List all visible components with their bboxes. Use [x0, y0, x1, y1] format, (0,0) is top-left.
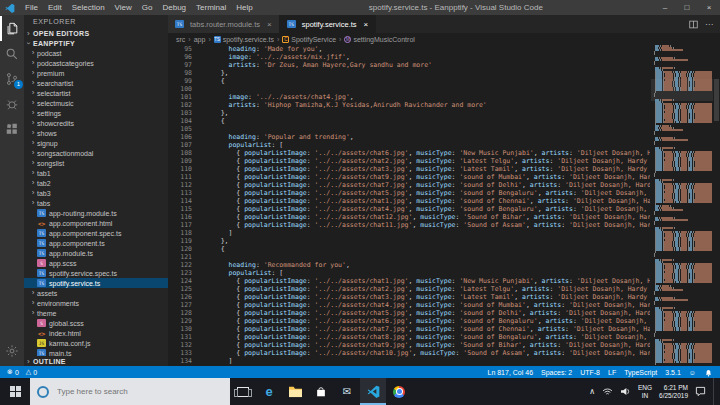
tree-item-app-component-ts[interactable]: TSapp.component.ts	[24, 238, 168, 248]
tree-item-shows[interactable]: ›shows	[24, 128, 168, 138]
activity-extensions[interactable]	[0, 116, 24, 141]
minimize-button[interactable]: –	[654, 0, 676, 15]
chevron-right-icon: ›	[29, 168, 37, 178]
tree-item-theme[interactable]: ›theme	[24, 308, 168, 318]
volume-icon[interactable]	[620, 387, 631, 396]
status-cursor-position[interactable]: Ln 817, Col 46	[487, 369, 533, 376]
tree-item-showcredits[interactable]: ›showcredits	[24, 118, 168, 128]
outline-header[interactable]: › OUTLINE	[24, 356, 168, 366]
menu-edit[interactable]: Edit	[43, 0, 67, 15]
breadcrumb-src[interactable]: src	[176, 36, 185, 43]
tree-item-podcastcategories[interactable]: ›podcastcategories	[24, 58, 168, 68]
tab-tabs-router-module-ts[interactable]: TStabs.router.module.ts×	[168, 15, 280, 33]
tree-item-label: app.component.html	[49, 220, 112, 227]
close-icon[interactable]: ×	[267, 20, 272, 29]
tree-item-app-routing-module-ts[interactable]: TSapp-routing.module.ts	[24, 208, 168, 218]
tree-item-tab1[interactable]: ›tab1	[24, 168, 168, 178]
clock[interactable]: 6:21 PM 6/25/2019	[659, 384, 688, 400]
tree-item-searchartist[interactable]: ›searchartist	[24, 78, 168, 88]
tree-item-selectartist[interactable]: ›selectartist	[24, 88, 168, 98]
close-icon[interactable]: ×	[364, 20, 369, 29]
menu-go[interactable]: Go	[137, 0, 158, 15]
tree-item-karma-conf-js[interactable]: JSkarma.conf.js	[24, 338, 168, 348]
breadcrumb-spotify.service.ts[interactable]: TSspotify.service.ts	[214, 36, 274, 43]
wifi-icon[interactable]	[602, 388, 613, 396]
status-errors[interactable]: ⊗0	[7, 368, 19, 376]
taskbar-mail[interactable]: ✉	[334, 378, 360, 405]
vertical-scrollbar[interactable]	[713, 45, 720, 366]
code-line: { popularListImage: '../../assets/chat1.…	[205, 197, 650, 205]
tree-item-app-component-html[interactable]: <>app.component.html	[24, 218, 168, 228]
notifications-bell-icon[interactable]	[704, 368, 713, 377]
split-editor-icon[interactable]	[689, 20, 698, 29]
taskbar-task-view[interactable]	[230, 378, 256, 405]
menu-selection[interactable]: Selection	[67, 0, 110, 15]
minimap[interactable]	[651, 45, 713, 366]
menu-file[interactable]: File	[20, 0, 43, 15]
taskbar-search-input[interactable]	[55, 386, 199, 397]
scrollbar-thumb[interactable]	[714, 79, 719, 121]
tree-item-podcast[interactable]: ›podcast	[24, 48, 168, 58]
taskbar-store[interactable]	[308, 378, 334, 405]
tree-item-premium[interactable]: ›premium	[24, 68, 168, 78]
menu-terminal[interactable]: Terminal	[191, 0, 231, 15]
activity-manage[interactable]	[0, 338, 24, 363]
status-warnings[interactable]: △0	[26, 368, 37, 376]
taskbar-vscode[interactable]	[360, 378, 386, 405]
maximize-button[interactable]: □	[676, 0, 698, 15]
open-editors-header[interactable]: › OPEN EDITORS	[24, 28, 168, 38]
tray-expand-icon[interactable]: ∧	[589, 387, 595, 396]
tree-item-tab2[interactable]: ›tab2	[24, 178, 168, 188]
tree-item-songslist[interactable]: ›songslist	[24, 158, 168, 168]
status-eol[interactable]: LF	[608, 369, 616, 376]
taskbar-search[interactable]	[30, 378, 230, 405]
tree-item-app-component-spec-ts[interactable]: TSapp.component.spec.ts	[24, 228, 168, 238]
tree-item-index-html[interactable]: <>index.html	[24, 328, 168, 338]
project-header[interactable]: › EANPPTIFY	[24, 38, 168, 48]
status-ts-version[interactable]: 3.5.1	[665, 369, 681, 376]
activity-debug[interactable]	[0, 91, 24, 116]
tree-item-tab3[interactable]: ›tab3	[24, 188, 168, 198]
breadcrumb-app[interactable]: app	[194, 36, 206, 43]
tree-item-main-ts[interactable]: TSmain.ts	[24, 348, 168, 356]
start-button[interactable]	[0, 378, 30, 405]
language-indicator[interactable]: ENG IN	[638, 384, 652, 400]
tree-item-spotify-service-ts[interactable]: TSspotify.service.ts	[24, 278, 168, 288]
taskbar-file-explorer[interactable]	[282, 378, 308, 405]
feedback-smiley-icon[interactable]: ☺	[689, 369, 696, 376]
tree-item-global-scss[interactable]: Sglobal.scss	[24, 318, 168, 328]
tree-item-settings[interactable]: ›settings	[24, 108, 168, 118]
show-desktop-button[interactable]	[713, 378, 718, 405]
status-indentation[interactable]: Spaces: 2	[541, 369, 572, 376]
tab-spotify-service-ts[interactable]: TSspotify.service.ts×	[280, 15, 377, 33]
status-encoding[interactable]: UTF-8	[580, 369, 600, 376]
code-editor[interactable]: 9596979899100101102103104105106107108109…	[168, 45, 720, 366]
taskbar-chrome[interactable]	[386, 378, 412, 405]
tree-item-signup[interactable]: ›signup	[24, 138, 168, 148]
window-title: spotify.service.ts - Eanpptify - Visual …	[258, 3, 654, 12]
tree-item-spotify-service-spec-ts[interactable]: TSspotify.service.spec.ts	[24, 268, 168, 278]
activity-search[interactable]	[0, 41, 24, 66]
tree-item-app-module-ts[interactable]: TSapp.module.ts	[24, 248, 168, 258]
tree-item-tabs[interactable]: ›tabs	[24, 198, 168, 208]
chevron-right-icon: ›	[29, 108, 37, 118]
breadcrumb-spotifyservice[interactable]: CSpotifyService	[282, 36, 336, 43]
activity-explorer[interactable]	[0, 16, 24, 41]
code-line: { popularListImage: '../../assets/chat2.…	[205, 157, 650, 165]
action-center-icon[interactable]	[695, 386, 706, 397]
breadcrumb-settingmusiccontrol[interactable]: MsettingMusicControl	[344, 36, 414, 43]
activity-source-control[interactable]: 1	[0, 66, 24, 91]
tree-item-selectmusic[interactable]: ›selectmusic	[24, 98, 168, 108]
tree-item-environments[interactable]: ›environments	[24, 298, 168, 308]
tree-item-app-scss[interactable]: Sapp.scss	[24, 258, 168, 268]
menu-view[interactable]: View	[110, 0, 137, 15]
status-language-mode[interactable]: TypeScript	[624, 369, 657, 376]
close-button[interactable]: ×	[698, 0, 720, 15]
menu-help[interactable]: Help	[231, 0, 257, 15]
tree-item-songsactionmodal[interactable]: ›songsactionmodal	[24, 148, 168, 158]
menu-debug[interactable]: Debug	[157, 0, 191, 15]
tree-item-assets[interactable]: ›assets	[24, 288, 168, 298]
taskbar-edge[interactable]: e	[256, 378, 282, 405]
ts-file-icon: TS	[37, 269, 46, 277]
more-actions-icon[interactable]: ⋯	[705, 20, 713, 29]
